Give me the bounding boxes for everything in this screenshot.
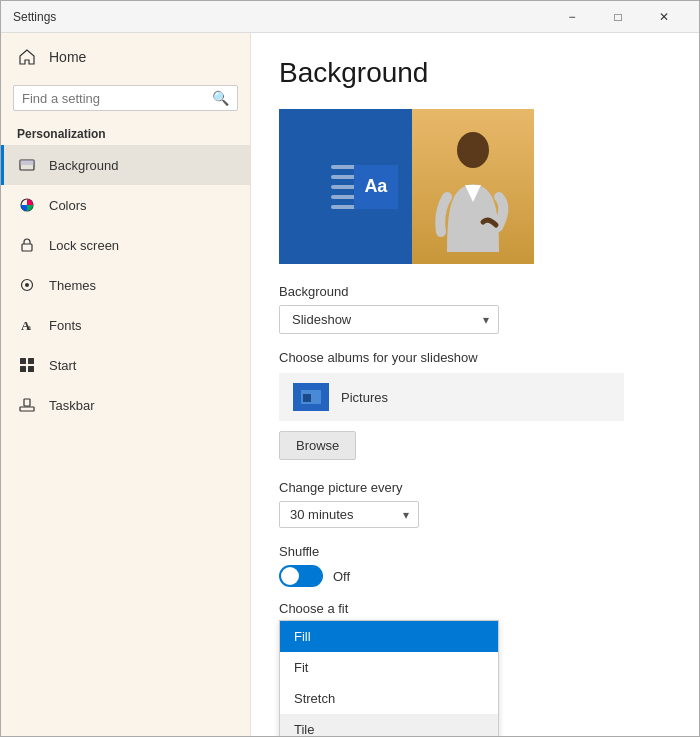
- preview-photo: [412, 109, 534, 264]
- section-label: Personalization: [1, 119, 250, 145]
- sidebar-item-taskbar-label: Taskbar: [49, 398, 95, 413]
- fit-dropdown-list: Fill Fit Stretch Tile Center Span: [279, 620, 499, 736]
- background-dropdown-wrapper: Slideshow Picture Solid color ▾: [279, 305, 499, 334]
- minimize-button[interactable]: −: [549, 1, 595, 33]
- toggle-knob: [281, 567, 299, 585]
- svg-rect-11: [28, 366, 34, 372]
- fit-label: Choose a fit: [279, 601, 671, 616]
- sidebar-item-fonts[interactable]: A a Fonts: [1, 305, 250, 345]
- background-nav-icon: [17, 155, 37, 175]
- album-icon: [293, 383, 329, 411]
- preview-aa-label: Aa: [354, 165, 398, 209]
- sidebar-item-lockscreen-label: Lock screen: [49, 238, 119, 253]
- svg-rect-10: [20, 366, 26, 372]
- settings-window: Settings − □ ✕ Home 🔍 Personalization: [0, 0, 700, 737]
- sidebar-item-colors-label: Colors: [49, 198, 87, 213]
- maximize-button[interactable]: □: [595, 1, 641, 33]
- svg-rect-13: [24, 399, 30, 406]
- titlebar-controls: − □ ✕: [549, 1, 687, 33]
- sidebar-item-background-label: Background: [49, 158, 118, 173]
- sidebar: Home 🔍 Personalization Background: [1, 33, 251, 736]
- background-dropdown[interactable]: Slideshow Picture Solid color: [279, 305, 499, 334]
- sidebar-item-taskbar[interactable]: Taskbar: [1, 385, 250, 425]
- browse-button[interactable]: Browse: [279, 431, 356, 460]
- shuffle-toggle[interactable]: [279, 565, 323, 587]
- background-preview: Aa: [279, 109, 534, 264]
- content-area: Home 🔍 Personalization Background: [1, 33, 699, 736]
- themes-nav-icon: [17, 275, 37, 295]
- svg-rect-9: [28, 358, 34, 364]
- sidebar-item-lockscreen[interactable]: Lock screen: [1, 225, 250, 265]
- search-input[interactable]: [22, 91, 212, 106]
- albums-label: Choose albums for your slideshow: [279, 350, 671, 365]
- window-title: Settings: [13, 10, 549, 24]
- svg-rect-1: [20, 160, 34, 165]
- titlebar: Settings − □ ✕: [1, 1, 699, 33]
- svg-rect-8: [20, 358, 26, 364]
- sidebar-item-background[interactable]: Background: [1, 145, 250, 185]
- sidebar-item-start[interactable]: Start: [1, 345, 250, 385]
- search-icon: 🔍: [212, 90, 229, 106]
- sidebar-item-start-label: Start: [49, 358, 76, 373]
- shuffle-state-label: Off: [333, 569, 350, 584]
- shuffle-label: Shuffle: [279, 544, 671, 559]
- main-content: Background Aa: [251, 33, 699, 736]
- svg-point-5: [25, 283, 29, 287]
- close-button[interactable]: ✕: [641, 1, 687, 33]
- svg-rect-12: [20, 407, 34, 411]
- sidebar-item-home[interactable]: Home: [1, 33, 250, 81]
- svg-text:a: a: [27, 322, 31, 332]
- change-picture-label: Change picture every: [279, 480, 671, 495]
- change-picture-dropdown-wrapper: 30 minutes 1 minute 10 minutes 1 hour 6 …: [279, 501, 419, 528]
- home-icon: [17, 47, 37, 67]
- fit-option-fill[interactable]: Fill: [280, 621, 498, 652]
- page-title: Background: [279, 57, 671, 89]
- sidebar-item-themes[interactable]: Themes: [1, 265, 250, 305]
- sidebar-item-themes-label: Themes: [49, 278, 96, 293]
- album-item[interactable]: Pictures: [279, 373, 624, 421]
- fonts-nav-icon: A a: [17, 315, 37, 335]
- fit-option-fit[interactable]: Fit: [280, 652, 498, 683]
- album-name: Pictures: [341, 390, 388, 405]
- home-label: Home: [49, 49, 86, 65]
- lockscreen-nav-icon: [17, 235, 37, 255]
- colors-nav-icon: [17, 195, 37, 215]
- svg-rect-3: [22, 244, 32, 251]
- sidebar-item-fonts-label: Fonts: [49, 318, 82, 333]
- fit-option-tile[interactable]: Tile: [280, 714, 498, 736]
- background-dropdown-label: Background: [279, 284, 671, 299]
- album-icon-inner: [301, 390, 321, 404]
- search-box[interactable]: 🔍: [13, 85, 238, 111]
- taskbar-nav-icon: [17, 395, 37, 415]
- start-nav-icon: [17, 355, 37, 375]
- shuffle-row: Off: [279, 565, 671, 587]
- svg-point-14: [457, 132, 489, 168]
- sidebar-item-colors[interactable]: Colors: [1, 185, 250, 225]
- fit-option-stretch[interactable]: Stretch: [280, 683, 498, 714]
- change-picture-dropdown[interactable]: 30 minutes 1 minute 10 minutes 1 hour 6 …: [279, 501, 419, 528]
